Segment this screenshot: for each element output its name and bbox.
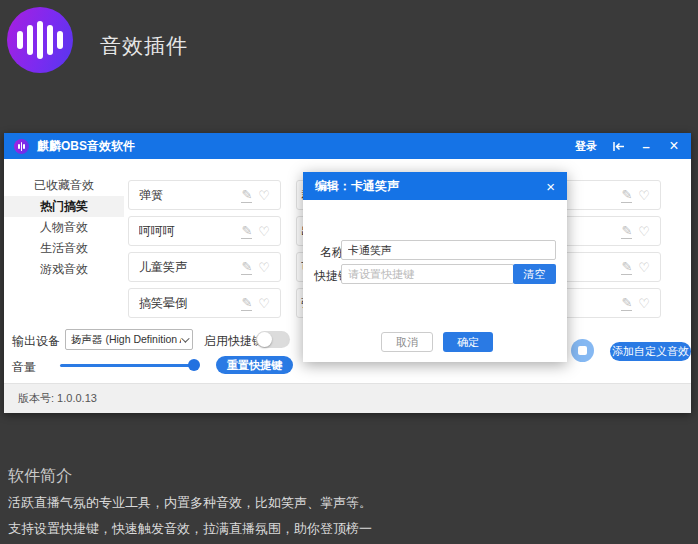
favorite-heart-icon[interactable]: ♡	[638, 225, 650, 238]
chevron-down-icon	[181, 334, 189, 342]
sound-card[interactable]: 儿童笑声 ✎ ♡	[128, 252, 281, 282]
sound-card[interactable]: 呵呵呵 ✎ ♡	[128, 216, 281, 246]
confirm-button[interactable]: 确定	[443, 332, 493, 352]
edit-icon[interactable]: ✎	[241, 296, 252, 311]
sound-name: 搞笑晕倒	[139, 295, 235, 312]
close-button[interactable]: ×	[667, 139, 681, 153]
favorite-heart-icon[interactable]: ♡	[258, 225, 270, 238]
hotkey-input[interactable]	[341, 264, 514, 284]
output-device-select[interactable]: 扬声器 (High Definition Aud	[65, 329, 193, 350]
app-window: 麒麟OBS音效软件 登录 – × 已收藏音效 热门搞笑 人物音效 生活音效 游戏…	[4, 133, 691, 413]
reset-hotkey-button[interactable]: 重置快捷键	[216, 356, 293, 374]
clear-hotkey-button[interactable]: 清空	[513, 264, 556, 284]
favorite-heart-icon[interactable]: ♡	[638, 297, 650, 310]
favorite-heart-icon[interactable]: ♡	[638, 261, 650, 274]
sound-card[interactable]: 搞笑晕倒 ✎ ♡	[128, 288, 281, 318]
window-title: 麒麟OBS音效软件	[37, 138, 135, 155]
edit-icon[interactable]: ✎	[621, 224, 632, 239]
sidebar-item-hot-funny[interactable]: 热门搞笑	[4, 196, 124, 217]
wave-bar	[27, 25, 33, 55]
slider-track	[60, 364, 196, 367]
version-statusbar: 版本号: 1.0.0.13	[4, 383, 691, 413]
dialog-close-icon[interactable]: ×	[546, 179, 555, 194]
sidebar-item-game[interactable]: 游戏音效	[4, 259, 124, 280]
sound-name: 儿童笑声	[139, 259, 235, 276]
dialog-title: 编辑：卡通笑声	[315, 178, 399, 195]
login-button[interactable]: 登录	[575, 139, 597, 154]
favorite-heart-icon[interactable]: ♡	[638, 189, 650, 202]
favorite-heart-icon[interactable]: ♡	[258, 297, 270, 310]
volume-label: 音量	[12, 359, 36, 376]
edit-icon[interactable]: ✎	[241, 260, 252, 275]
output-device-label: 输出设备	[12, 333, 60, 350]
sound-name: 弹簧	[139, 187, 235, 204]
cancel-button[interactable]: 取消	[381, 332, 433, 352]
sidebar-item-favorites[interactable]: 已收藏音效	[4, 175, 124, 196]
intro-line-2: 支持设置快捷键，快速触发音效，拉满直播氛围，助你登顶榜一	[8, 520, 372, 538]
favorite-heart-icon[interactable]: ♡	[258, 261, 270, 274]
wave-bar	[37, 21, 43, 59]
collapse-icon[interactable]	[611, 139, 625, 153]
output-device-value: 扬声器 (High Definition Aud	[71, 333, 181, 347]
wave-bar	[17, 31, 23, 49]
favorite-heart-icon[interactable]: ♡	[258, 189, 270, 202]
edit-icon[interactable]: ✎	[621, 260, 632, 275]
sound-name: 呵呵呵	[139, 223, 235, 240]
stop-playback-button[interactable]	[571, 339, 594, 362]
add-custom-sound-button[interactable]: 添加自定义音效	[610, 342, 691, 361]
slider-knob[interactable]	[188, 359, 200, 371]
edit-icon[interactable]: ✎	[241, 224, 252, 239]
sidebar-item-life[interactable]: 生活音效	[4, 238, 124, 259]
app-logo-icon	[14, 139, 29, 154]
sound-card[interactable]: 弹簧 ✎ ♡	[128, 180, 281, 210]
edit-icon[interactable]: ✎	[621, 296, 632, 311]
toggle-knob	[257, 332, 272, 347]
minimize-button[interactable]: –	[639, 139, 653, 153]
enable-hotkey-toggle[interactable]	[256, 331, 290, 348]
dialog-titlebar: 编辑：卡通笑声 ×	[303, 172, 567, 200]
intro-line-1: 活跃直播气氛的专业工具，内置多种音效，比如笑声、掌声等。	[8, 494, 372, 512]
edit-sound-dialog: 编辑：卡通笑声 × 名称 快捷键 清空 取消 确定	[303, 172, 567, 362]
window-titlebar: 麒麟OBS音效软件 登录 – ×	[4, 133, 691, 159]
volume-slider[interactable]	[60, 359, 200, 371]
page-title: 音效插件	[100, 32, 188, 60]
name-input[interactable]	[341, 240, 556, 260]
intro-heading: 软件简介	[8, 466, 72, 487]
enable-hotkey-label: 启用快捷键	[204, 333, 264, 350]
edit-icon[interactable]: ✎	[621, 188, 632, 203]
sidebar-item-character[interactable]: 人物音效	[4, 217, 124, 238]
sound-wave-logo-icon	[7, 7, 73, 73]
wave-bar	[47, 25, 53, 55]
edit-icon[interactable]: ✎	[241, 188, 252, 203]
wave-bar	[57, 31, 63, 49]
stop-icon	[578, 346, 587, 355]
